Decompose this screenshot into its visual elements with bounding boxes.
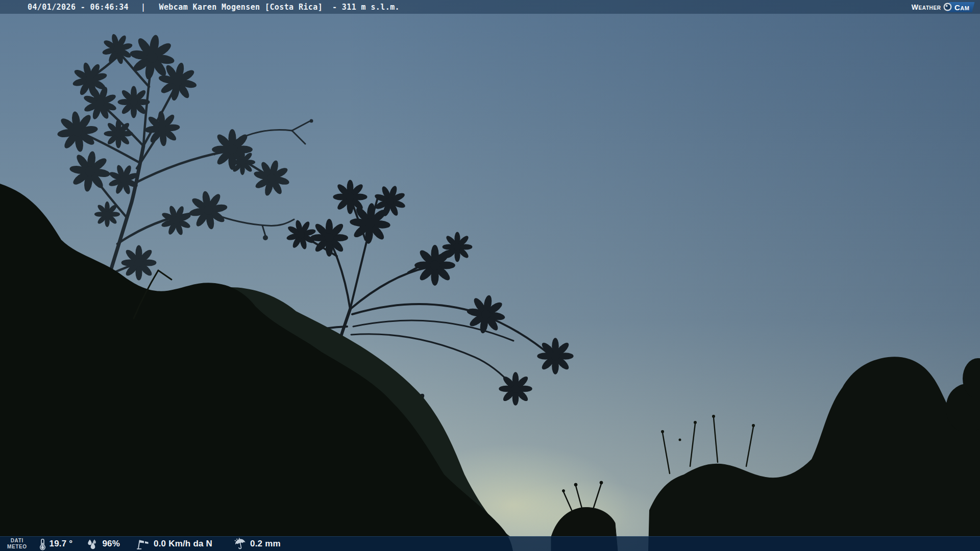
meteo-data-label: DATI METEO xyxy=(7,538,27,550)
weather-data-bar: DATI METEO 19.7 ° 96% xyxy=(0,536,980,551)
datetime-text: 04/01/2026 - 06:46:34 xyxy=(28,3,129,12)
humidity-value: 96% xyxy=(102,539,120,549)
temperature-reading: 19.7 ° xyxy=(39,538,73,550)
webcam-viewer: 04/01/2026 - 06:46:34 | Webcam Karen Mog… xyxy=(0,0,980,551)
wind-value: 0.0 Km/h da N xyxy=(154,539,212,549)
header-bar: 04/01/2026 - 06:46:34 | Webcam Karen Mog… xyxy=(0,0,980,14)
camera-lens-icon xyxy=(943,3,952,11)
webcam-scene-image xyxy=(0,0,980,551)
thermometer-icon xyxy=(39,538,46,550)
rain-value: 0.2 mm xyxy=(250,539,281,549)
rain-reading: 0.2 mm xyxy=(234,538,281,550)
weathercam-logo: Weather Cam xyxy=(912,0,973,14)
humidity-icon xyxy=(86,538,99,550)
logo-cam-text: Cam xyxy=(954,3,969,11)
logo-weather-text: Weather xyxy=(912,3,941,11)
humidity-reading: 96% xyxy=(86,538,120,550)
temperature-value: 19.7 ° xyxy=(50,539,73,549)
wind-reading: 0.0 Km/h da N xyxy=(137,538,212,550)
header-separator: | xyxy=(141,3,145,12)
webcam-title: Webcam Karen Mogensen [Costa Rica] - 311… xyxy=(159,3,400,12)
rain-icon xyxy=(234,538,247,550)
wind-icon xyxy=(137,538,150,550)
